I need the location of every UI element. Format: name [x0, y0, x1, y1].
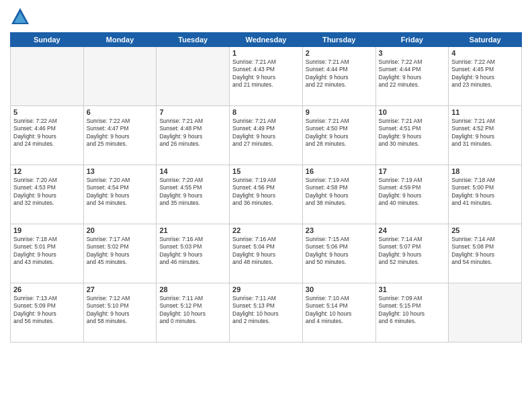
- calendar-cell: 18Sunrise: 7:18 AM Sunset: 5:00 PM Dayli…: [449, 165, 522, 224]
- calendar-cell: [83, 47, 157, 106]
- page: SundayMondayTuesdayWednesdayThursdayFrid…: [0, 0, 532, 411]
- calendar-cell: 17Sunrise: 7:19 AM Sunset: 4:59 PM Dayli…: [375, 165, 449, 224]
- day-number: 8: [232, 108, 300, 116]
- calendar-cell: 7Sunrise: 7:21 AM Sunset: 4:48 PM Daylig…: [157, 106, 230, 165]
- weekday-header-friday: Friday: [375, 33, 449, 47]
- calendar-cell: 16Sunrise: 7:19 AM Sunset: 4:58 PM Dayli…: [302, 165, 375, 224]
- calendar-cell: 27Sunrise: 7:12 AM Sunset: 5:10 PM Dayli…: [83, 283, 157, 342]
- calendar-cell: 4Sunrise: 7:22 AM Sunset: 4:45 PM Daylig…: [449, 47, 522, 106]
- day-number: 10: [379, 108, 446, 116]
- calendar-cell: 6Sunrise: 7:22 AM Sunset: 4:47 PM Daylig…: [83, 106, 157, 165]
- header: [10, 7, 522, 27]
- calendar-cell: 9Sunrise: 7:21 AM Sunset: 4:50 PM Daylig…: [302, 106, 375, 165]
- day-info: Sunrise: 7:16 AM Sunset: 5:04 PM Dayligh…: [232, 236, 300, 267]
- day-number: 20: [87, 226, 154, 234]
- day-info: Sunrise: 7:09 AM Sunset: 5:15 PM Dayligh…: [379, 295, 446, 326]
- day-number: 21: [159, 226, 226, 234]
- day-info: Sunrise: 7:20 AM Sunset: 4:55 PM Dayligh…: [159, 177, 226, 208]
- day-number: 17: [379, 167, 446, 175]
- day-number: 6: [87, 108, 154, 116]
- calendar-cell: 15Sunrise: 7:19 AM Sunset: 4:56 PM Dayli…: [230, 165, 303, 224]
- week-row-1: 5Sunrise: 7:22 AM Sunset: 4:46 PM Daylig…: [11, 106, 522, 165]
- calendar-cell: 26Sunrise: 7:13 AM Sunset: 5:09 PM Dayli…: [11, 283, 84, 342]
- calendar-cell: 10Sunrise: 7:21 AM Sunset: 4:51 PM Dayli…: [375, 106, 449, 165]
- calendar-cell: 23Sunrise: 7:15 AM Sunset: 5:06 PM Dayli…: [302, 224, 375, 283]
- logo-icon: [10, 7, 30, 27]
- weekday-header-wednesday: Wednesday: [230, 33, 303, 47]
- day-number: 13: [87, 167, 154, 175]
- day-info: Sunrise: 7:19 AM Sunset: 4:58 PM Dayligh…: [306, 177, 373, 208]
- day-number: 29: [232, 285, 300, 293]
- day-info: Sunrise: 7:18 AM Sunset: 5:01 PM Dayligh…: [13, 236, 81, 267]
- calendar-cell: 11Sunrise: 7:21 AM Sunset: 4:52 PM Dayli…: [449, 106, 522, 165]
- day-number: 2: [306, 49, 373, 57]
- weekday-header-row: SundayMondayTuesdayWednesdayThursdayFrid…: [11, 33, 522, 47]
- calendar-cell: 31Sunrise: 7:09 AM Sunset: 5:15 PM Dayli…: [375, 283, 449, 342]
- weekday-header-monday: Monday: [83, 33, 157, 47]
- day-info: Sunrise: 7:16 AM Sunset: 5:03 PM Dayligh…: [159, 236, 226, 267]
- day-info: Sunrise: 7:12 AM Sunset: 5:10 PM Dayligh…: [87, 295, 154, 326]
- calendar-cell: 8Sunrise: 7:21 AM Sunset: 4:49 PM Daylig…: [230, 106, 303, 165]
- day-info: Sunrise: 7:20 AM Sunset: 4:53 PM Dayligh…: [13, 177, 81, 208]
- day-number: 22: [232, 226, 300, 234]
- week-row-0: 1Sunrise: 7:21 AM Sunset: 4:43 PM Daylig…: [11, 47, 522, 106]
- day-info: Sunrise: 7:22 AM Sunset: 4:47 PM Dayligh…: [87, 118, 154, 148]
- day-info: Sunrise: 7:11 AM Sunset: 5:13 PM Dayligh…: [232, 295, 300, 326]
- calendar-cell: 24Sunrise: 7:14 AM Sunset: 5:07 PM Dayli…: [375, 224, 449, 283]
- day-number: 27: [87, 285, 154, 293]
- calendar-cell: 29Sunrise: 7:11 AM Sunset: 5:13 PM Dayli…: [230, 283, 303, 342]
- weekday-header-saturday: Saturday: [449, 33, 522, 47]
- day-info: Sunrise: 7:10 AM Sunset: 5:14 PM Dayligh…: [306, 295, 373, 326]
- calendar-cell: 13Sunrise: 7:20 AM Sunset: 4:54 PM Dayli…: [83, 165, 157, 224]
- calendar-cell: 30Sunrise: 7:10 AM Sunset: 5:14 PM Dayli…: [302, 283, 375, 342]
- day-number: 28: [159, 285, 226, 293]
- calendar-cell: 3Sunrise: 7:22 AM Sunset: 4:44 PM Daylig…: [375, 47, 449, 106]
- week-row-4: 26Sunrise: 7:13 AM Sunset: 5:09 PM Dayli…: [11, 283, 522, 342]
- week-row-2: 12Sunrise: 7:20 AM Sunset: 4:53 PM Dayli…: [11, 165, 522, 224]
- day-number: 23: [306, 226, 373, 234]
- calendar: SundayMondayTuesdayWednesdayThursdayFrid…: [10, 32, 522, 342]
- day-number: 1: [232, 49, 300, 57]
- day-info: Sunrise: 7:21 AM Sunset: 4:51 PM Dayligh…: [379, 118, 446, 148]
- day-info: Sunrise: 7:21 AM Sunset: 4:43 PM Dayligh…: [232, 58, 300, 89]
- weekday-header-tuesday: Tuesday: [157, 33, 230, 47]
- day-number: 19: [13, 226, 81, 234]
- calendar-cell: 1Sunrise: 7:21 AM Sunset: 4:43 PM Daylig…: [230, 47, 303, 106]
- calendar-cell: [449, 283, 522, 342]
- calendar-cell: [11, 47, 84, 106]
- day-info: Sunrise: 7:22 AM Sunset: 4:44 PM Dayligh…: [379, 58, 446, 89]
- day-number: 7: [159, 108, 226, 116]
- day-info: Sunrise: 7:11 AM Sunset: 5:12 PM Dayligh…: [159, 295, 226, 326]
- calendar-cell: 14Sunrise: 7:20 AM Sunset: 4:55 PM Dayli…: [157, 165, 230, 224]
- week-row-3: 19Sunrise: 7:18 AM Sunset: 5:01 PM Dayli…: [11, 224, 522, 283]
- day-info: Sunrise: 7:15 AM Sunset: 5:06 PM Dayligh…: [306, 236, 373, 267]
- day-number: 24: [379, 226, 446, 234]
- day-info: Sunrise: 7:21 AM Sunset: 4:48 PM Dayligh…: [159, 118, 226, 148]
- day-info: Sunrise: 7:17 AM Sunset: 5:02 PM Dayligh…: [87, 236, 154, 267]
- day-info: Sunrise: 7:21 AM Sunset: 4:52 PM Dayligh…: [451, 118, 519, 148]
- day-number: 16: [306, 167, 373, 175]
- day-info: Sunrise: 7:14 AM Sunset: 5:08 PM Dayligh…: [451, 236, 519, 267]
- day-number: 18: [451, 167, 519, 175]
- day-number: 31: [379, 285, 446, 293]
- day-info: Sunrise: 7:20 AM Sunset: 4:54 PM Dayligh…: [87, 177, 154, 208]
- day-info: Sunrise: 7:21 AM Sunset: 4:49 PM Dayligh…: [232, 118, 300, 148]
- day-info: Sunrise: 7:14 AM Sunset: 5:07 PM Dayligh…: [379, 236, 446, 267]
- calendar-cell: 22Sunrise: 7:16 AM Sunset: 5:04 PM Dayli…: [230, 224, 303, 283]
- calendar-cell: 28Sunrise: 7:11 AM Sunset: 5:12 PM Dayli…: [157, 283, 230, 342]
- weekday-header-thursday: Thursday: [302, 33, 375, 47]
- day-info: Sunrise: 7:13 AM Sunset: 5:09 PM Dayligh…: [13, 295, 81, 326]
- calendar-cell: 5Sunrise: 7:22 AM Sunset: 4:46 PM Daylig…: [11, 106, 84, 165]
- day-number: 11: [451, 108, 519, 116]
- day-info: Sunrise: 7:22 AM Sunset: 4:46 PM Dayligh…: [13, 118, 81, 148]
- calendar-cell: 19Sunrise: 7:18 AM Sunset: 5:01 PM Dayli…: [11, 224, 84, 283]
- day-info: Sunrise: 7:21 AM Sunset: 4:50 PM Dayligh…: [306, 118, 373, 148]
- day-number: 12: [13, 167, 81, 175]
- day-info: Sunrise: 7:22 AM Sunset: 4:45 PM Dayligh…: [451, 58, 519, 89]
- day-info: Sunrise: 7:19 AM Sunset: 4:56 PM Dayligh…: [232, 177, 300, 208]
- day-number: 5: [13, 108, 81, 116]
- calendar-cell: 21Sunrise: 7:16 AM Sunset: 5:03 PM Dayli…: [157, 224, 230, 283]
- logo: [10, 7, 33, 27]
- day-number: 14: [159, 167, 226, 175]
- day-info: Sunrise: 7:18 AM Sunset: 5:00 PM Dayligh…: [451, 177, 519, 208]
